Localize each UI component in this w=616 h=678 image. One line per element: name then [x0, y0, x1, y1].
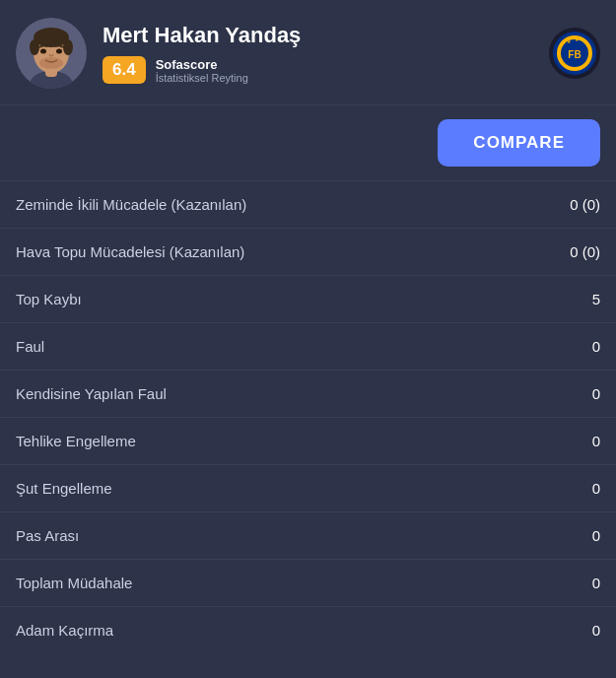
stat-row: Tehlike Engelleme0 [0, 418, 616, 465]
player-avatar [16, 18, 87, 89]
stat-label: Tehlike Engelleme [16, 433, 136, 449]
svg-point-6 [63, 39, 73, 55]
stat-value: 0 (0) [570, 243, 600, 260]
stat-label: Kendisine Yapılan Faul [16, 385, 167, 402]
stat-label: Toplam Müdahale [16, 575, 132, 591]
stat-value: 0 (0) [570, 196, 600, 213]
compare-button[interactable]: COMPARE [438, 119, 600, 167]
player-info: Mert Hakan Yandaş 6.4 Sofascore İstatist… [103, 23, 533, 84]
player-header: Mert Hakan Yandaş 6.4 Sofascore İstatist… [0, 0, 616, 105]
rating-text: Sofascore İstatistiksel Reyting [156, 57, 248, 84]
stat-value: 0 [592, 433, 600, 449]
stat-label: Şut Engelleme [16, 480, 112, 497]
stat-row: Zeminde İkili Mücadele (Kazanılan)0 (0) [0, 181, 616, 229]
stat-value: 0 [592, 338, 600, 355]
compare-area: COMPARE [0, 105, 616, 181]
stat-label: Pas Arası [16, 527, 79, 544]
istatistik-label: İstatistiksel Reyting [156, 72, 248, 84]
stat-row: Pas Arası0 [0, 512, 616, 560]
stat-value: 5 [592, 291, 600, 307]
stat-row: Top Kaybı5 [0, 276, 616, 323]
stat-label: Zeminde İkili Mücadele (Kazanılan) [16, 196, 246, 213]
rating-row: 6.4 Sofascore İstatistiksel Reyting [103, 56, 533, 84]
stat-label: Top Kaybı [16, 291, 82, 307]
stat-label: Hava Topu Mücadelesi (Kazanılan) [16, 243, 244, 260]
stat-value: 0 [592, 527, 600, 544]
stat-row: Adam Kaçırma0 [0, 607, 616, 653]
stat-label: Faul [16, 338, 44, 355]
stat-value: 0 [592, 622, 600, 639]
stats-list: Zeminde İkili Mücadele (Kazanılan)0 (0)H… [0, 181, 616, 653]
rating-badge: 6.4 [103, 56, 146, 84]
svg-point-8 [40, 49, 46, 54]
stat-label: Adam Kaçırma [16, 622, 113, 639]
svg-point-7 [39, 57, 63, 69]
stat-row: Kendisine Yapılan Faul0 [0, 371, 616, 418]
stat-value: 0 [592, 385, 600, 402]
stat-row: Faul0 [0, 323, 616, 371]
svg-point-5 [30, 39, 39, 55]
club-logo: FB ★ ★ ★ [549, 28, 600, 79]
sofascore-label: Sofascore [156, 57, 248, 72]
stat-row: Şut Engelleme0 [0, 465, 616, 512]
svg-point-9 [56, 49, 62, 54]
stat-row: Hava Topu Mücadelesi (Kazanılan)0 (0) [0, 229, 616, 276]
svg-text:FB: FB [568, 49, 581, 60]
stat-row: Toplam Müdahale0 [0, 560, 616, 607]
stat-value: 0 [592, 480, 600, 497]
stat-value: 0 [592, 575, 600, 591]
player-name: Mert Hakan Yandaş [103, 23, 533, 48]
